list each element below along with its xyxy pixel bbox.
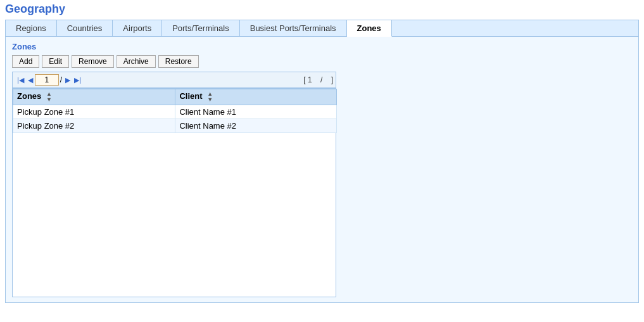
sort-arrows-zones[interactable]: ▲▼: [46, 91, 52, 103]
toolbar: Add Edit Remove Archive Restore: [12, 55, 632, 68]
tab-busiest-ports[interactable]: Busiest Ports/Terminals: [240, 20, 347, 36]
table-wrapper: Zones ▲▼ Client ▲▼ Pickup Zone #1Client …: [12, 88, 336, 297]
cell-client: Client Name #1: [175, 105, 337, 119]
page-info: [ 1 / ]: [303, 75, 333, 84]
remove-button[interactable]: Remove: [72, 55, 114, 68]
prev-page-button[interactable]: ◀: [26, 76, 35, 84]
cell-client: Client Name #2: [175, 119, 337, 133]
restore-button[interactable]: Restore: [158, 55, 199, 68]
sort-arrows-client[interactable]: ▲▼: [207, 91, 213, 103]
archive-button[interactable]: Archive: [117, 55, 156, 68]
edit-button[interactable]: Edit: [42, 55, 69, 68]
table-row[interactable]: Pickup Zone #2Client Name #2: [13, 119, 337, 133]
cell-zone: Pickup Zone #2: [13, 119, 175, 133]
tab-bar: Regions Countries Airports Ports/Termina…: [6, 20, 638, 37]
page-separator: /: [60, 75, 62, 84]
section-title: Zones: [12, 42, 632, 51]
tab-regions[interactable]: Regions: [6, 20, 57, 36]
col-header-client[interactable]: Client ▲▼: [175, 89, 337, 105]
table-row[interactable]: Pickup Zone #1Client Name #1: [13, 105, 337, 119]
tab-countries[interactable]: Countries: [57, 20, 113, 36]
tab-ports-terminals[interactable]: Ports/Terminals: [162, 20, 240, 36]
last-page-button[interactable]: ▶|: [72, 76, 83, 84]
col-header-zones[interactable]: Zones ▲▼: [13, 89, 175, 105]
first-page-button[interactable]: |◀: [15, 76, 26, 84]
cell-zone: Pickup Zone #1: [13, 105, 175, 119]
tab-zones[interactable]: Zones: [347, 20, 392, 37]
add-button[interactable]: Add: [12, 55, 39, 68]
next-page-button[interactable]: ▶: [63, 76, 72, 84]
tab-airports[interactable]: Airports: [113, 20, 162, 36]
zones-table: Zones ▲▼ Client ▲▼ Pickup Zone #1Client …: [13, 89, 337, 133]
pagination-bar: |◀ ◀ / ▶ ▶| [ 1 / ]: [12, 72, 336, 88]
inner-content: Zones Add Edit Remove Archive Restore |◀…: [6, 37, 638, 302]
page-number-input[interactable]: [35, 74, 59, 86]
page-title: Geography: [5, 3, 639, 16]
main-panel: Regions Countries Airports Ports/Termina…: [5, 20, 639, 303]
